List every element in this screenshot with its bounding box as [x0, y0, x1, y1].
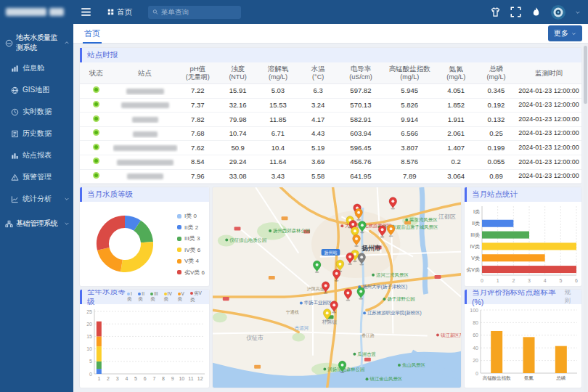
chevron-down-icon[interactable]	[575, 9, 581, 15]
dashboard-content: 站点时报 状态站点pH值(无量纲)浊度(NTU)溶解氧(mg/L)水温(°C)电…	[73, 44, 588, 392]
svg-text:扬州站: 扬州站	[324, 250, 338, 256]
sidebar-item-统计分析[interactable]: 统计分析	[0, 188, 73, 210]
legend-item[interactable]: III类 3	[177, 234, 205, 242]
hbar-V类[interactable]	[482, 254, 545, 261]
column-header: 溶解氧(mg/L)	[258, 65, 298, 81]
more-button[interactable]: 更多	[548, 25, 582, 41]
svg-text:0: 0	[481, 278, 483, 283]
legend-item[interactable]: I类	[127, 291, 135, 303]
donut-slice-V类[interactable]	[103, 249, 121, 266]
vbar-氨氮[interactable]	[523, 337, 535, 373]
logo-redacted	[49, 8, 64, 16]
scrollbar-thumb[interactable]	[584, 46, 587, 104]
hbar-II类[interactable]	[482, 220, 513, 227]
table-row: 7.3732.1615.533.24570.135.8261.8520.1922…	[80, 99, 581, 113]
sidebar-item-实时数据[interactable]: 实时数据	[0, 101, 73, 123]
svg-text:6: 6	[575, 278, 578, 283]
legend-item[interactable]: V类	[178, 291, 187, 303]
vbar-总磷[interactable]	[555, 346, 567, 373]
table-cell: 5.03	[258, 86, 298, 95]
table-cell: 2024-01-23 12:00:00	[516, 129, 581, 137]
map-label: 镇江金山风景区	[366, 376, 403, 382]
table-cell: 79.98	[218, 115, 258, 124]
exceed-rate-panel: 当月评价指标站点超标率(%) 规则 020406080100高锰酸盐指数氨氮总磷	[465, 290, 581, 388]
station-name-redacted	[113, 145, 177, 151]
donut-slice-劣V类[interactable]	[103, 222, 125, 249]
legend-item[interactable]: IV类 6	[177, 246, 205, 254]
breadcrumb[interactable]: 首页	[107, 7, 132, 17]
table-cell: 0.132	[476, 115, 516, 124]
user-avatar[interactable]	[551, 5, 565, 20]
table-cell: 7.22	[178, 86, 218, 95]
map-label: 仪征市	[246, 335, 264, 341]
legend-item[interactable]: III类	[150, 291, 160, 303]
svg-text:镇江新区产业园区: 镇江新区产业园区	[440, 332, 461, 338]
svg-text:80: 80	[473, 320, 478, 325]
stacked-bar-segment[interactable]	[97, 322, 102, 337]
corner-label[interactable]: 规则	[565, 290, 576, 306]
legend-item[interactable]: 劣V类	[190, 290, 204, 303]
table-cell: 456.76	[338, 158, 383, 166]
legend-item[interactable]: 劣V类 6	[177, 269, 205, 277]
table-cell: 0.25	[476, 129, 516, 138]
table-cell: 0.89	[476, 172, 516, 181]
tab-home[interactable]: 首页	[83, 24, 102, 44]
chevron-down-icon	[571, 31, 576, 36]
station-table: 状态站点pH值(无量纲)浊度(NTU)溶解氧(mg/L)水温(°C)电导率(uS…	[80, 62, 581, 184]
left-chart-column: 当月水质等级 I类 0II类 2III类 3IV类 6V类 4劣V类 6 全年水…	[80, 187, 209, 388]
legend-item[interactable]: I类 0	[177, 212, 205, 220]
hbar-III类[interactable]	[482, 232, 529, 239]
map-label: 扬州大学(扬子津校区)	[358, 284, 407, 290]
page-scrollbar[interactable]	[584, 44, 587, 392]
search-input[interactable]	[161, 8, 237, 16]
table-cell: 5.19	[298, 144, 338, 152]
sidebar-item-历史数据[interactable]: 历史数据	[0, 123, 73, 144]
column-header: 水温(°C)	[298, 65, 338, 81]
sidebar-item-label: GIS地图	[23, 85, 70, 95]
svg-text:仪征市: 仪征市	[246, 335, 264, 341]
svg-text:焦山风景区: 焦山风景区	[402, 362, 426, 368]
gis-map[interactable]: 扬州市江都区仪征市扬州西郊森林公园仪征捺山地质公园茱萸湾风景区扬州市观音山唐子城…	[213, 187, 461, 388]
legend-item[interactable]: II类 2	[177, 224, 205, 232]
flame-icon[interactable]	[531, 7, 542, 17]
base-icon	[5, 220, 13, 228]
sidebar-section-0[interactable]: 地表水质量监测系统	[0, 24, 73, 57]
sidebar-item-GIS地图[interactable]: GIS地图	[0, 79, 73, 101]
svg-text:15: 15	[86, 334, 92, 339]
stacked-bar-segment[interactable]	[97, 369, 102, 374]
map-label: 江苏旅游职业学院(新校区)	[363, 310, 422, 316]
table-cell: 7.89	[383, 172, 436, 181]
sidebar-item-label: 信息舱	[23, 63, 70, 73]
svg-text:5: 5	[559, 278, 562, 283]
donut-slice-II类[interactable]	[125, 222, 137, 226]
history-icon	[11, 130, 19, 138]
table-cell: 7.68	[178, 129, 218, 138]
legend-item[interactable]: II类	[138, 291, 147, 303]
donut-slice-IV类[interactable]	[121, 242, 147, 266]
vbar-高锰酸盐指数[interactable]	[491, 331, 502, 373]
table-cell: 0.199	[476, 144, 516, 152]
annual-quality-chart: 0510152025123456789101112	[80, 304, 209, 386]
map-label: 焦山风景区	[398, 362, 425, 368]
menu-search[interactable]	[148, 6, 241, 19]
table-cell: 9.914	[383, 115, 436, 124]
svg-text:0: 0	[475, 371, 478, 376]
legend-item[interactable]: IV类	[164, 291, 175, 303]
sidebar-item-站点报表[interactable]: 站点报表	[0, 144, 73, 166]
stacked-bar-segment[interactable]	[97, 362, 102, 369]
theme-icon[interactable]	[490, 7, 501, 17]
hamburger-menu-icon[interactable]	[81, 7, 91, 17]
hbar-IV类[interactable]	[482, 243, 576, 250]
fullscreen-icon[interactable]	[510, 7, 521, 17]
legend-item[interactable]: V类 4	[177, 257, 205, 265]
sidebar-item-信息舱[interactable]: 信息舱	[0, 57, 73, 79]
stacked-bar-segment[interactable]	[97, 337, 102, 347]
hbar-劣V类[interactable]	[482, 266, 576, 273]
sidebar-item-预警管理[interactable]: 预警管理	[0, 166, 73, 188]
donut-slice-III类[interactable]	[137, 226, 147, 242]
table-cell: 8.54	[178, 158, 218, 166]
sidebar-section-1[interactable]: 基础管理系统	[0, 210, 73, 233]
svg-text:茱萸湾风景区: 茱萸湾风景区	[409, 217, 438, 223]
station-name-redacted	[133, 131, 158, 137]
stacked-bar-segment[interactable]	[97, 346, 102, 362]
